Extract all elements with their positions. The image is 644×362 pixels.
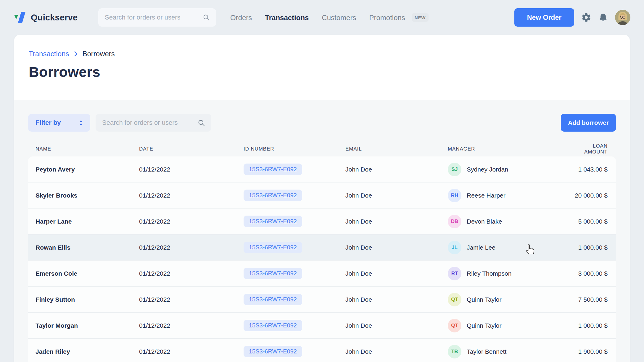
table-row[interactable]: Jaden Riley 01/12/2022 15S3-6RW7-E092 Jo… [28,339,616,362]
brand[interactable]: Quickserve [14,12,78,23]
row-date: 01/12/2022 [139,192,244,199]
nav-actions: New Order [514,8,630,27]
nav-links: Orders Transactions Customers Promotions… [230,13,429,22]
nav-item-orders[interactable]: Orders [230,13,252,22]
row-email: John Doe [345,348,448,355]
table-row[interactable]: Peyton Avery 01/12/2022 15S3-6RW7-E092 J… [28,156,616,182]
borrower-name: Harper Lane [36,218,139,225]
borrowers-table: Peyton Avery 01/12/2022 15S3-6RW7-E092 J… [28,156,616,362]
new-order-button[interactable]: New Order [514,8,574,27]
table-row[interactable]: Taylor Morgan 01/12/2022 15S3-6RW7-E092 … [28,313,616,339]
id-number-chip[interactable]: 15S3-6RW7-E092 [244,294,302,305]
search-icon [197,119,205,127]
row-id-cell: 15S3-6RW7-E092 [244,346,345,357]
main-card: Transactions Borrowers Borrowers Filter … [14,35,630,362]
table-row[interactable]: Emerson Cole 01/12/2022 15S3-6RW7-E092 J… [28,261,616,287]
row-date: 01/12/2022 [139,296,244,303]
row-date: 01/12/2022 [139,322,244,329]
row-manager: SJ Sydney Jordan [448,163,572,176]
top-nav: Quickserve Orders Transactions Customers… [0,0,644,35]
id-number-chip[interactable]: 15S3-6RW7-E092 [244,242,302,253]
manager-name: Riley Thompson [467,270,511,277]
manager-avatar: DB [448,215,461,228]
id-number-chip[interactable]: 15S3-6RW7-E092 [244,346,302,357]
toolbar: Filter by Add borrower [28,114,616,132]
borrower-name: Skyler Brooks [36,192,139,199]
table-row[interactable]: Skyler Brooks 01/12/2022 15S3-6RW7-E092 … [28,182,616,209]
id-number-chip[interactable]: 15S3-6RW7-E092 [244,164,302,175]
manager-name: Devon Blake [467,218,502,225]
row-email: John Doe [345,270,448,277]
id-number-chip[interactable]: 15S3-6RW7-E092 [244,190,302,201]
row-manager: RH Reese Harper [448,189,572,202]
table-column-headers: NAME DATE ID NUMBER EMAIL MANAGER LOAN A… [28,143,616,150]
borrower-name: Taylor Morgan [36,322,139,329]
nav-item-transactions[interactable]: Transactions [265,13,309,22]
manager-name: Quinn Taylor [467,322,502,329]
row-email: John Doe [345,296,448,303]
nav-search [98,8,216,27]
row-id-cell: 15S3-6RW7-E092 [244,164,345,175]
breadcrumb-transactions-link[interactable]: Transactions [29,50,69,58]
loan-amount: 1 043.00 $ [572,166,608,173]
table-search-input[interactable] [102,119,197,127]
table-search [96,114,211,132]
table-row[interactable]: Rowan Ellis 01/12/2022 15S3-6RW7-E092 Jo… [28,235,616,261]
manager-avatar: RH [448,189,461,202]
borrower-name: Emerson Cole [36,270,139,277]
manager-avatar: QT [448,319,461,332]
settings-gear-icon[interactable] [581,12,591,22]
row-manager: QT Quinn Taylor [448,319,572,332]
breadcrumb: Transactions Borrowers [29,50,615,58]
manager-avatar: JL [448,241,461,254]
row-id-cell: 15S3-6RW7-E092 [244,216,345,227]
manager-name: Jamie Lee [467,244,495,251]
row-email: John Doe [345,218,448,225]
row-date: 01/12/2022 [139,166,244,173]
table-row[interactable]: Finley Sutton 01/12/2022 15S3-6RW7-E092 … [28,287,616,313]
borrower-name: Finley Sutton [36,296,139,303]
table-row[interactable]: Harper Lane 01/12/2022 15S3-6RW7-E092 Jo… [28,209,616,235]
id-number-chip[interactable]: 15S3-6RW7-E092 [244,268,302,279]
chevron-right-icon [74,51,78,57]
manager-avatar: TB [448,345,461,358]
nav-item-customers[interactable]: Customers [322,13,356,22]
column-header-manager: MANAGER [448,146,572,152]
row-manager: QT Quinn Taylor [448,293,572,306]
page-header: Transactions Borrowers Borrowers [14,35,630,100]
nav-search-input[interactable] [104,13,202,22]
manager-name: Taylor Bennett [467,348,506,355]
row-date: 01/12/2022 [139,270,244,277]
row-manager: RT Riley Thompson [448,267,572,280]
row-date: 01/12/2022 [139,244,244,251]
column-header-id: ID NUMBER [244,146,345,152]
manager-name: Reese Harper [467,192,505,199]
id-number-chip[interactable]: 15S3-6RW7-E092 [244,216,302,227]
row-manager: JL Jamie Lee [448,241,572,254]
page-title: Borrowers [29,64,615,80]
nav-item-promotions[interactable]: Promotions [369,13,405,22]
id-number-chip[interactable]: 15S3-6RW7-E092 [244,320,302,331]
user-avatar[interactable] [615,10,630,25]
row-email: John Doe [345,192,448,199]
row-id-cell: 15S3-6RW7-E092 [244,320,345,331]
column-header-email: EMAIL [345,146,448,152]
manager-avatar: RT [448,267,461,280]
row-manager: DB Devon Blake [448,215,572,228]
filter-by-dropdown[interactable]: Filter by [28,114,90,132]
row-id-cell: 15S3-6RW7-E092 [244,294,345,305]
borrower-name: Rowan Ellis [36,244,139,251]
column-header-date: DATE [139,146,244,152]
sort-arrows-icon [79,120,83,126]
add-borrower-button[interactable]: Add borrower [561,114,616,132]
breadcrumb-current: Borrowers [83,50,115,58]
notifications-bell-icon[interactable] [598,12,608,22]
row-email: John Doe [345,166,448,173]
column-header-name: NAME [36,146,139,152]
loan-amount: 1 000.00 $ [572,244,608,251]
new-badge: NEW [412,13,429,22]
row-manager: TB Taylor Bennett [448,345,572,358]
filter-by-label: Filter by [36,119,61,127]
row-email: John Doe [345,322,448,329]
content-section: Filter by Add borrower NAME [14,100,630,362]
